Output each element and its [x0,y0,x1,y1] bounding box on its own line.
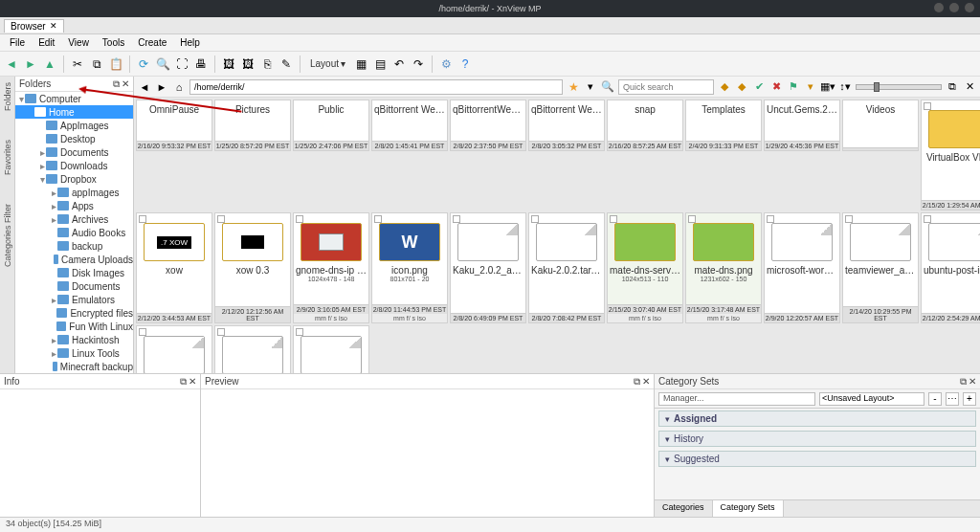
checkbox[interactable] [688,215,696,223]
dots-button[interactable]: ⋯ [946,392,959,406]
thumbnail-item[interactable]: ubuntu-post-installer.sh2/12/20 2:54:29 … [921,212,980,323]
image-icon[interactable]: 🖼 [221,56,236,72]
rotate-right-icon[interactable]: ↷ [411,56,426,72]
cut-icon[interactable]: ✂ [70,56,85,72]
back-icon[interactable]: ◄ [4,56,19,72]
tag-icon[interactable]: ⚑ [787,80,800,94]
side-tab-favorites[interactable]: Favorites [3,140,12,175]
thumbnail-item[interactable]: mate-dns-server 1024x5...1024x513 - 1102… [607,212,683,323]
tree-item-desktop[interactable]: Desktop [15,132,133,145]
zoom-icon[interactable]: 🔍 [155,56,170,72]
tree-item-db_audio[interactable]: Audio Books [15,226,133,239]
checkbox[interactable] [139,215,146,223]
pin-icon[interactable]: ⧉ [113,78,120,90]
tab-categories[interactable]: Categories [655,500,713,517]
tab-browser[interactable]: Browser ✕ [4,19,64,33]
menu-edit[interactable]: Edit [33,35,60,50]
settings-icon[interactable]: ⚙ [438,56,454,72]
deselect-icon[interactable]: ✖ [769,80,783,94]
menu-view[interactable]: View [62,35,95,50]
thumbnail-item[interactable]: OmniPause2/16/20 9:53:32 PM EST [136,100,212,151]
dropdown-icon[interactable]: ▾ [584,80,597,94]
checkbox[interactable] [845,215,853,223]
checkbox[interactable] [217,215,225,223]
checkbox[interactable] [139,328,146,336]
thumbnail-item[interactable]: ubuntu-post-installer.sh...2/12/20 3:47:… [136,325,212,373]
tree-item-downloads[interactable]: ▸Downloads [15,159,133,172]
thumbnail-item[interactable]: qBittorrent Web UI-darw...2/8/20 1:45:41… [371,100,448,151]
section-assigned[interactable]: ▾ Assigned [658,410,976,427]
select-icon[interactable]: ✔ [752,80,766,94]
tree-item-db_mc[interactable]: Minecraft backup [15,360,133,373]
checkbox[interactable] [453,215,460,223]
pin-icon[interactable]: ⧉ [634,376,640,388]
paste-icon[interactable]: 📋 [108,56,123,72]
thumbnail-item[interactable]: Videos [842,100,919,151]
thumbnail-item[interactable]: Wicon.png801x701 - 202/8/20 11:44:53 PM … [371,212,448,323]
search-icon[interactable]: 🔍 [601,80,614,94]
tree-item-db_camera[interactable]: Camera Uploads [15,253,133,266]
section-history[interactable]: ▾ History [658,431,976,447]
pin-icon[interactable]: ⧉ [960,376,967,388]
close-panel-icon[interactable]: ✕ [969,376,976,388]
nav-fwd-icon[interactable]: ► [155,80,168,94]
thumbnail-item[interactable]: snap2/16/20 8:57:25 AM EST [607,100,683,151]
thumbnail-item[interactable]: mate-dns.png1231x602 - 1502/15/20 3:17:4… [685,212,762,323]
home-icon[interactable]: ⌂ [172,80,186,94]
menu-help[interactable]: Help [174,35,206,50]
checkbox[interactable] [610,215,617,223]
thumbnail-item[interactable]: XnViewMP-linux-x64.deb2/16/20 7:23:59 PM… [293,325,369,373]
tree-item-dropbox[interactable]: ▾Dropbox [15,172,133,186]
tree-item-db_disk[interactable]: Disk Images [15,266,133,279]
menu-create[interactable]: Create [132,35,172,50]
help-icon[interactable]: ? [457,56,473,72]
close-pane-icon[interactable]: ✕ [963,80,976,94]
tab-close-icon[interactable]: ✕ [50,21,57,31]
tree-item-home[interactable]: Home [15,105,133,119]
pin-icon[interactable]: ⧉ [180,376,187,388]
grid-icon[interactable]: ▦ [353,56,368,72]
checkbox[interactable] [217,328,225,336]
plus-button[interactable]: + [963,392,976,406]
sort-icon[interactable]: ↕▾ [838,80,852,94]
checkbox[interactable] [296,215,303,223]
minus-button[interactable]: - [928,392,942,406]
section-suggested[interactable]: ▾ Suggested [658,451,976,467]
filter-icon[interactable]: ▾ [804,80,817,94]
thumb-size-slider[interactable] [856,84,942,90]
checkbox[interactable] [924,102,931,110]
refresh-icon[interactable]: ⟳ [136,56,151,72]
thumbnail-item[interactable]: Kaku-2.0.2.tar.gz2/8/20 7:08:42 PM EST [528,212,605,323]
convert-icon[interactable]: ⎘ [259,56,275,72]
path-input[interactable] [189,79,563,95]
fullscreen-icon[interactable]: ⛶ [174,56,189,72]
thumbnail-item[interactable]: VirtualBox VMs2/15/20 1:29:54 AM EST [921,100,980,211]
checkbox[interactable] [531,215,539,223]
search-input[interactable] [618,79,714,95]
menu-tools[interactable]: Tools [97,35,130,50]
tree-item-db_ltools[interactable]: ▸Linux Tools [15,346,133,360]
forward-icon[interactable]: ► [23,56,38,72]
thumbnail-item[interactable]: Pictures1/25/20 8:57:20 PM EST [214,100,291,151]
tree-item-db_fun[interactable]: Fun With Linux [15,320,133,333]
up-icon[interactable]: ▲ [42,56,57,72]
layout-select[interactable]: <Unsaved Layout> [819,392,924,406]
checkbox[interactable] [296,328,303,336]
side-tab-folders[interactable]: Folders [3,82,12,111]
favorite-icon[interactable]: ★ [567,80,580,94]
thumbnail-item[interactable]: Templates2/4/20 9:31:33 PM EST [685,100,762,151]
tree-item-documents[interactable]: ▸Documents [15,145,133,159]
print-icon[interactable]: 🖶 [193,56,209,72]
thumbnail-item[interactable]: v0.3.tar.gz2/12/20 12:11:25 AM EST [214,325,291,373]
layout-dropdown[interactable]: Layout ▾ [306,58,349,69]
thumbnail-item[interactable]: qBittorrent Web UI-win3...2/8/20 3:05:32… [528,100,605,151]
close-panel-icon[interactable]: ✕ [122,78,129,90]
folder-tree[interactable]: ▾ComputerHomeAppImagesDesktop▸Documents▸… [15,92,133,373]
restore-icon[interactable]: ⧉ [946,80,959,94]
copy-icon[interactable]: ⧉ [89,56,104,72]
tab-category-sets[interactable]: Category Sets [713,500,784,517]
nav-back-icon[interactable]: ◄ [138,80,151,94]
edit-icon[interactable]: ✎ [278,56,294,72]
thumbnail-item[interactable]: Public1/25/20 2:47:06 PM EST [293,100,369,151]
thumbnail-item[interactable]: gnome-dns-ip 1024x47@...1024x478 - 1482/… [293,212,369,323]
